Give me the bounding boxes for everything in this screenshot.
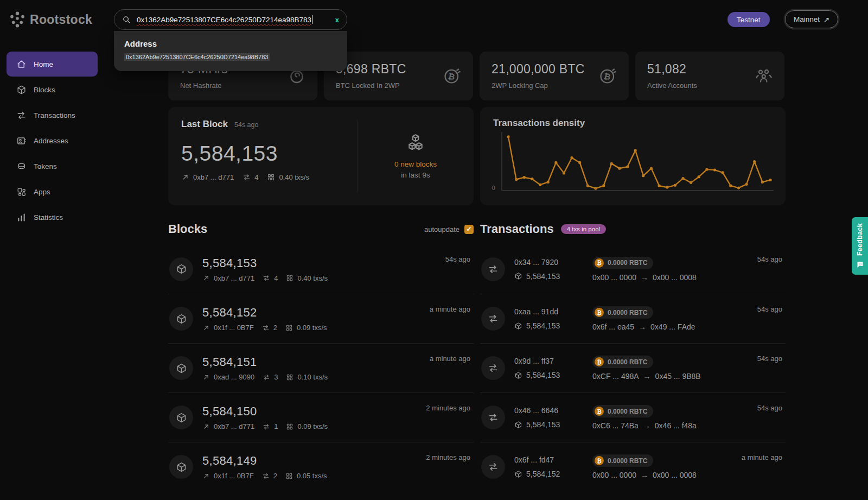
- people-icon: [755, 67, 773, 85]
- sidebar-item-statistics[interactable]: Statistics: [7, 205, 98, 230]
- tx-hash-link[interactable]: 0xaa ... 91dd: [514, 307, 585, 316]
- sidebar-item-label: Apps: [34, 188, 50, 196]
- stat-value: 51,082: [647, 62, 697, 77]
- transactions-section: Transactions 4 txs in pool 0x34 ... 7920…: [480, 220, 786, 491]
- block-row[interactable]: 5,584,151 0xad ... 9090 3 0.10 txs/s a m…: [168, 343, 474, 393]
- tx-block-link[interactable]: 5,584,153: [526, 321, 560, 330]
- block-row[interactable]: 5,584,149 0x1f ... 0B7F 2 0.05 txs/s 2 m…: [168, 442, 474, 491]
- block-miner-hash[interactable]: 0x1f ... 0B7F: [214, 472, 254, 480]
- txs-in-pool-badge[interactable]: 4 txs in pool: [561, 224, 606, 234]
- sidebar-item-tokens[interactable]: Tokens: [7, 154, 98, 179]
- blocks-section: Blocks autoupdate ✓ 5,584,153 0xb7 ... d…: [168, 220, 474, 491]
- to-arrow-icon: →: [641, 273, 648, 282]
- tx-amount: 0.0000 RBTC: [608, 309, 647, 317]
- tx-hash-link[interactable]: 0x34 ... 7920: [514, 258, 585, 267]
- block-number-link[interactable]: 5,584,153: [202, 256, 328, 270]
- block-time: 54s ago: [445, 255, 470, 263]
- tx-amount-badge: ₿0.0000 RBTC: [592, 405, 653, 417]
- block-number-link[interactable]: 5,584,149: [202, 454, 327, 468]
- tx-from-link[interactable]: 0x00 ... 0000: [592, 471, 636, 479]
- tx-to-link[interactable]: 0x00 ... 0008: [653, 471, 697, 479]
- block-miner-hash[interactable]: 0xb7 ... d771: [214, 422, 254, 431]
- stat-value: 21,000,000 BTC: [492, 62, 585, 77]
- tx-block-link[interactable]: 5,584,153: [526, 371, 560, 379]
- tx-block-link[interactable]: 5,584,152: [526, 470, 560, 478]
- rootstock-logo[interactable]: Rootstock: [9, 11, 92, 28]
- stat-card-active-accounts: 51,082 Active Accounts: [635, 52, 784, 100]
- testnet-button[interactable]: Testnet: [727, 12, 770, 27]
- tx-block-link[interactable]: 5,584,153: [526, 420, 560, 429]
- transaction-row[interactable]: 0xaa ... 91dd 5,584,153 ₿0.0000 RBTC 0x6…: [480, 294, 786, 343]
- tx-amount-badge: ₿0.0000 RBTC: [592, 454, 653, 467]
- tx-to-link[interactable]: 0x46 ... f48a: [655, 421, 697, 430]
- search-icon: [122, 15, 131, 24]
- block-number-link[interactable]: 5,584,152: [202, 306, 327, 320]
- block-row[interactable]: 5,584,153 0xb7 ... d771 4 0.40 txs/s 54s…: [168, 244, 474, 294]
- stat-label: BTC Locked In 2WP: [336, 81, 406, 90]
- mainnet-button[interactable]: Mainnet ↗: [785, 10, 838, 28]
- rbtc-icon: ₿: [595, 308, 604, 317]
- transaction-row[interactable]: 0x34 ... 7920 5,584,153 ₿0.0000 RBTC 0x0…: [480, 244, 786, 294]
- block-rate: 0.09 txs/s: [297, 324, 327, 332]
- tx-time: 54s ago: [757, 404, 782, 412]
- block-miner-hash[interactable]: 0xad ... 9090: [214, 373, 254, 381]
- autoupdate-checkbox[interactable]: ✓: [464, 225, 474, 234]
- cube-icon: [176, 263, 187, 275]
- tx-amount: 0.0000 RBTC: [608, 259, 647, 267]
- sidebar-item-label: Statistics: [34, 213, 63, 221]
- block-number-link[interactable]: 5,584,150: [202, 404, 328, 419]
- tx-hash-link[interactable]: 0x9d ... ff37: [514, 357, 585, 365]
- tx-amount-badge: ₿0.0000 RBTC: [592, 356, 653, 368]
- sidebar-item-label: Transactions: [34, 111, 75, 119]
- block-row[interactable]: 5,584,152 0x1f ... 0B7F 2 0.09 txs/s a m…: [168, 294, 474, 343]
- sidebar-item-addresses[interactable]: Addresses: [7, 128, 98, 153]
- feedback-tab[interactable]: Feedback: [852, 217, 868, 275]
- search-input[interactable]: 0x1362Ab9e72513807CE6c4c26250D7214ea98B7…: [137, 16, 311, 24]
- tx-hash-link[interactable]: 0x6f ... fd47: [514, 455, 585, 464]
- rbtc-icon: ₿: [595, 456, 604, 465]
- tx-from-link[interactable]: 0x00 ... 0000: [592, 273, 636, 282]
- tx-to-link[interactable]: 0x00 ... 0008: [653, 273, 697, 282]
- swap-icon: [263, 374, 270, 381]
- external-link-arrow-icon: ↗: [824, 15, 829, 24]
- miner-arrow-icon: [202, 472, 210, 480]
- swap-icon: [16, 110, 27, 121]
- cube-icon: [176, 363, 187, 374]
- tx-from-link[interactable]: 0xC6 ... 74Ba: [592, 421, 639, 430]
- tx-time: 54s ago: [757, 355, 782, 363]
- sidebar-item-home[interactable]: Home: [7, 52, 98, 77]
- tx-hash-link[interactable]: 0x46 ... 6646: [514, 406, 585, 415]
- tx-block-link[interactable]: 5,584,153: [526, 272, 560, 281]
- block-tx-count: 4: [274, 274, 278, 282]
- tx-to-link[interactable]: 0x49 ... FAde: [650, 322, 695, 331]
- block-number-link[interactable]: 5,584,151: [202, 355, 328, 369]
- block-row[interactable]: 5,584,150 0xb7 ... d771 1 0.09 txs/s 2 m…: [168, 393, 474, 442]
- transaction-row[interactable]: 0x9d ... ff37 5,584,153 ₿0.0000 RBTC 0xC…: [480, 343, 786, 393]
- transaction-row[interactable]: 0x46 ... 6646 5,584,153 ₿0.0000 RBTC 0xC…: [480, 393, 786, 442]
- last-block-hash[interactable]: 0xb7 ... d771: [193, 173, 234, 181]
- block-time: 2 minutes ago: [426, 453, 470, 461]
- rbtc-icon: ₿: [595, 407, 604, 416]
- block-miner-hash[interactable]: 0xb7 ... d771: [214, 274, 254, 282]
- block-miner-hash[interactable]: 0x1f ... 0B7F: [214, 324, 254, 332]
- top-bar: Rootstock 0x1362Ab9e72513807CE6c4c26250D…: [0, 0, 868, 39]
- testnet-label: Testnet: [737, 16, 761, 24]
- swap-icon: [263, 423, 270, 431]
- swap-icon: [488, 412, 499, 423]
- tx-from-link[interactable]: 0xCF ... 498A: [592, 372, 639, 381]
- search-bar[interactable]: 0x1362Ab9e72513807CE6c4c26250D7214ea98B7…: [114, 9, 347, 30]
- sidebar-item-apps[interactable]: Apps: [7, 179, 98, 204]
- address-result-item[interactable]: 0x1362Ab9e72513807CE6c4c26250D7214ea98B7…: [124, 53, 270, 61]
- tx-from-link[interactable]: 0x6f ... ea45: [592, 322, 634, 331]
- sidebar-item-transactions[interactable]: Transactions: [7, 103, 98, 128]
- swap-icon: [488, 313, 499, 324]
- clear-search-button[interactable]: x: [335, 16, 339, 24]
- miner-arrow-icon: [202, 274, 210, 282]
- blocks-section-title: Blocks: [168, 222, 207, 236]
- brand-name: Rootstock: [30, 12, 92, 27]
- tx-to-link[interactable]: 0x45 ... 9B8B: [655, 372, 701, 381]
- home-icon: [16, 59, 27, 69]
- transaction-row[interactable]: 0x6f ... fd47 5,584,152 ₿0.0000 RBTC 0x0…: [480, 442, 786, 491]
- swap-icon: [488, 264, 499, 275]
- sidebar-item-blocks[interactable]: Blocks: [7, 77, 98, 102]
